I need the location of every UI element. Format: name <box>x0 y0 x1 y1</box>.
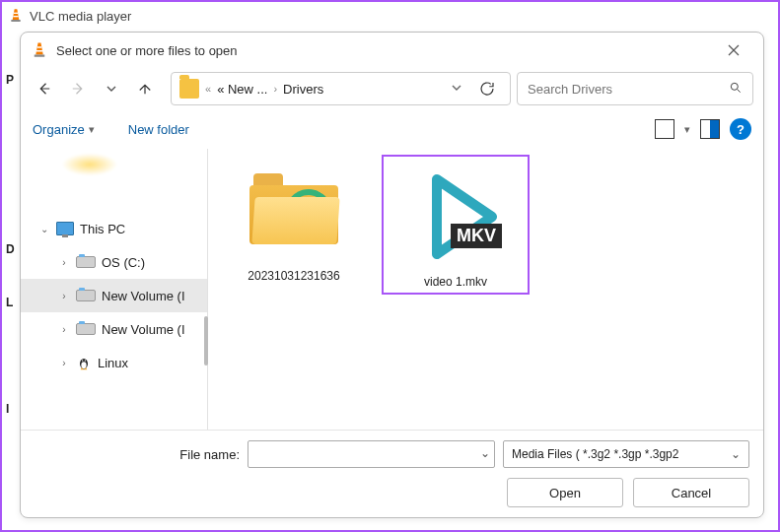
search-input[interactable] <box>528 82 729 97</box>
nav-toolbar: « « New ... › Drivers <box>21 68 763 109</box>
cancel-button[interactable]: Cancel <box>633 478 749 507</box>
obscured-letter: P <box>6 73 14 87</box>
tree-linux[interactable]: › Linux <box>21 346 207 379</box>
chevron-down-icon <box>106 83 117 95</box>
svg-point-8 <box>81 362 86 368</box>
address-dropdown[interactable] <box>447 81 466 97</box>
tree-drive-newvolume-2[interactable]: › New Volume (I <box>21 312 207 346</box>
breadcrumb-sep: « <box>205 83 211 95</box>
drive-icon <box>76 323 96 335</box>
close-icon <box>727 43 741 57</box>
filename-input[interactable]: ⌄ <box>248 440 495 468</box>
pc-icon <box>56 222 74 235</box>
svg-rect-1 <box>14 13 18 14</box>
organize-label: Organize <box>33 122 85 137</box>
obscured-letter: I <box>6 402 9 416</box>
chevron-down-icon: ▾ <box>89 123 95 136</box>
file-item-folder[interactable]: 20231031231636 <box>220 155 368 283</box>
refresh-button[interactable] <box>472 74 502 103</box>
tree-drive-newvolume[interactable]: › New Volume (I <box>21 279 207 312</box>
arrow-right-icon <box>69 80 87 98</box>
file-label: 20231031231636 <box>220 269 368 283</box>
dialog-title: Select one or more files to open <box>56 43 238 58</box>
svg-rect-0 <box>11 20 20 22</box>
filter-label: Media Files ( *.3g2 *.3gp *.3gp2 <box>512 447 678 461</box>
file-label: video 1.mkv <box>388 275 524 289</box>
tree-label: New Volume (I <box>102 322 185 337</box>
svg-rect-3 <box>35 55 45 57</box>
preview-pane-button[interactable] <box>700 119 720 139</box>
drive-icon <box>76 256 96 268</box>
close-button[interactable] <box>714 33 753 68</box>
scrollbar[interactable] <box>204 316 208 366</box>
chevron-right-icon[interactable]: › <box>58 257 70 268</box>
folder-icon <box>249 173 338 244</box>
view-mode-button[interactable] <box>655 119 674 139</box>
breadcrumb-current[interactable]: Drivers <box>283 82 323 97</box>
tree-this-pc[interactable]: ⌄ This PC <box>21 212 207 245</box>
address-bar[interactable]: « « New ... › Drivers <box>171 72 511 105</box>
new-folder-button[interactable]: New folder <box>128 122 189 137</box>
organize-menu[interactable]: Organize ▾ <box>33 122 95 137</box>
svg-rect-4 <box>37 46 42 48</box>
obscured-letter: D <box>6 242 15 256</box>
chevron-right-icon[interactable]: › <box>58 324 70 335</box>
search-icon[interactable] <box>729 81 743 98</box>
svg-rect-5 <box>36 50 42 52</box>
arrow-up-icon <box>136 80 154 98</box>
svg-rect-2 <box>13 16 18 17</box>
recent-locations-button[interactable] <box>98 75 125 102</box>
file-item-video[interactable]: MKV video 1.mkv <box>382 155 530 295</box>
linux-icon <box>76 355 92 370</box>
chevron-down-icon[interactable]: ▾ <box>684 123 690 136</box>
file-list[interactable]: 20231031231636 MKV video 1.mkv <box>208 149 763 430</box>
chevron-down-icon[interactable]: ⌄ <box>38 224 50 234</box>
command-bar: Organize ▾ New folder ▾ ? <box>21 109 763 149</box>
vlc-title: VLC media player <box>30 9 131 24</box>
svg-point-10 <box>85 360 86 361</box>
dialog-titlebar: Select one or more files to open <box>21 33 763 68</box>
tree-label: Linux <box>98 356 128 370</box>
search-box[interactable] <box>517 72 753 105</box>
chevron-right-icon[interactable]: › <box>58 291 70 301</box>
chevron-down-icon[interactable]: ⌄ <box>480 446 490 460</box>
tree-label: OS (C:) <box>102 255 145 270</box>
dialog-footer: File name: ⌄ Media Files ( *.3g2 *.3gp *… <box>21 430 763 517</box>
arrow-left-icon <box>35 80 53 98</box>
forward-button[interactable] <box>64 75 92 102</box>
tree-label: This PC <box>80 222 125 236</box>
chevron-down-icon: ⌄ <box>731 447 741 461</box>
filename-label: File name: <box>35 447 240 462</box>
drive-icon <box>76 290 96 301</box>
redacted-area <box>50 153 188 188</box>
tree-label: New Volume (I <box>102 289 185 303</box>
tree-drive-os[interactable]: › OS (C:) <box>21 245 207 279</box>
vlc-titlebar: VLC media player <box>2 2 778 30</box>
folder-icon <box>179 79 199 99</box>
vlc-cone-icon <box>8 8 24 24</box>
file-open-dialog: Select one or more files to open « « New… <box>20 32 764 518</box>
mkv-badge: MKV <box>451 224 502 248</box>
refresh-icon <box>478 80 496 98</box>
breadcrumb-part[interactable]: « New ... <box>217 82 267 97</box>
vlc-cone-icon <box>31 41 48 59</box>
nav-sidebar: ⌄ This PC › OS (C:) › New Volume (I › <box>21 149 208 430</box>
chevron-right-icon[interactable]: › <box>58 358 70 368</box>
up-button[interactable] <box>131 75 159 102</box>
chevron-down-icon <box>451 82 462 94</box>
obscured-letter: L <box>6 296 13 309</box>
file-type-filter[interactable]: Media Files ( *.3g2 *.3gp *.3gp2 ⌄ <box>503 440 749 468</box>
help-button[interactable]: ? <box>730 118 751 140</box>
breadcrumb-sep: › <box>273 83 277 95</box>
svg-point-6 <box>731 83 738 90</box>
svg-point-9 <box>82 360 83 361</box>
back-button[interactable] <box>31 75 58 102</box>
video-file-icon: MKV <box>411 166 500 264</box>
open-button[interactable]: Open <box>507 478 623 507</box>
